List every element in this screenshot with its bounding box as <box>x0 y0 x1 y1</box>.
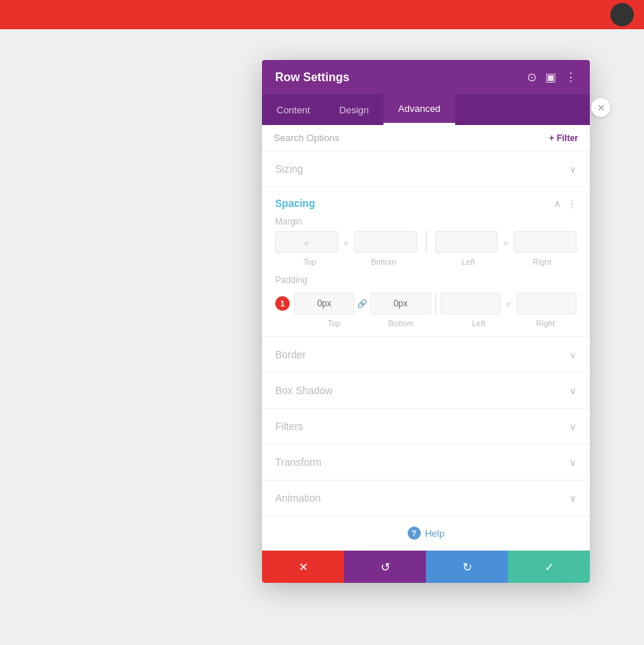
padding-badge: 1 <box>275 296 290 311</box>
redo-icon: ↻ <box>463 560 472 574</box>
transform-section: Transform ∨ <box>262 445 590 480</box>
margin-lr-link-icon[interactable]: ⌀ <box>498 231 514 253</box>
box-shadow-section: Box Shadow ∨ <box>262 373 590 409</box>
header-icons: ⊙ ▣ ⋮ <box>527 70 577 84</box>
margin-labels: Top Bottom Left Right <box>262 256 590 268</box>
top-bar <box>0 0 644 29</box>
more-options-icon[interactable]: ⋮ <box>565 70 577 84</box>
padding-top-input[interactable]: 0px <box>294 293 354 314</box>
margin-divider <box>426 231 427 253</box>
padding-bottom-label: Bottom <box>370 319 432 328</box>
margin-right-input[interactable] <box>514 231 577 253</box>
margin-right-label: Right <box>507 257 577 266</box>
margin-bottom-input[interactable] <box>354 231 417 253</box>
modal-content: Sizing ∨ Spacing ∧ ⋮ Margin ⌀ <box>262 151 590 550</box>
border-section: Border ∨ <box>262 337 590 373</box>
tab-design[interactable]: Design <box>325 96 383 124</box>
spacing-more-icon[interactable]: ⋮ <box>567 198 577 209</box>
transform-chevron-icon: ∨ <box>569 457 577 468</box>
padding-left-label: Left <box>448 319 510 328</box>
animation-chevron-icon: ∨ <box>569 493 577 504</box>
redo-button[interactable]: ↻ <box>426 551 508 583</box>
tab-advanced[interactable]: Advanced <box>383 94 455 125</box>
close-outside-button[interactable]: ✕ <box>591 98 610 117</box>
spacing-section-header[interactable]: Spacing ∧ ⋮ <box>262 187 590 216</box>
animation-section-header[interactable]: Animation ∨ <box>262 480 590 516</box>
animation-title: Animation <box>275 492 321 504</box>
sizing-section-header[interactable]: Sizing ∨ <box>262 151 590 186</box>
top-bar-circle <box>610 3 634 26</box>
margin-inputs: ⌀ ⌀ ⌀ <box>262 231 590 253</box>
transform-title: Transform <box>275 456 321 468</box>
tab-content[interactable]: Content <box>262 96 325 124</box>
reset-button[interactable]: ↺ <box>344 551 426 583</box>
margin-top-label: Top <box>275 257 345 266</box>
padding-labels: Top Bottom Left Right <box>262 317 590 329</box>
spacing-section: Spacing ∧ ⋮ Margin ⌀ ⌀ <box>262 187 590 337</box>
row-settings-modal: Row Settings ⊙ ▣ ⋮ Content Design Advanc… <box>262 60 590 583</box>
sizing-title: Sizing <box>275 163 303 175</box>
fullscreen-icon[interactable]: ⊙ <box>527 70 536 84</box>
cancel-button[interactable]: ✕ <box>262 551 344 583</box>
padding-divider <box>435 293 436 314</box>
margin-left-input[interactable] <box>435 231 498 253</box>
padding-row: 1 0px 🔗 0px ⌀ <box>262 293 590 314</box>
spacing-title: Spacing <box>275 197 315 209</box>
help-label: Help <box>425 528 445 539</box>
filter-button[interactable]: + Filter <box>549 133 578 143</box>
padding-link-icon[interactable]: 🔗 <box>354 293 370 314</box>
filters-title: Filters <box>275 420 303 432</box>
border-title: Border <box>275 349 306 361</box>
columns-icon[interactable]: ▣ <box>545 70 556 84</box>
padding-top-label: Top <box>303 319 365 328</box>
filters-chevron-icon: ∨ <box>569 421 577 432</box>
search-placeholder[interactable]: Search Options <box>274 132 340 143</box>
padding-bottom-input[interactable]: 0px <box>370 293 430 314</box>
help-icon: ? <box>408 527 421 540</box>
padding-right-input[interactable] <box>517 293 577 314</box>
margin-tb-link-icon[interactable]: ⌀ <box>338 231 354 253</box>
spacing-header-icons: ∧ ⋮ <box>554 198 577 209</box>
help-row[interactable]: ? Help <box>262 516 590 550</box>
modal-footer: ✕ ↺ ↻ ✓ <box>262 550 590 583</box>
margin-label: Margin <box>262 216 590 227</box>
padding-lr-link-icon[interactable]: ⌀ <box>501 293 517 314</box>
sizing-chevron-icon: ∨ <box>569 164 577 175</box>
margin-bottom-label: Bottom <box>349 257 419 266</box>
padding-label: Padding <box>275 275 307 285</box>
filters-section-header[interactable]: Filters ∨ <box>262 409 590 444</box>
save-button[interactable]: ✓ <box>508 551 590 583</box>
padding-left-input[interactable] <box>441 293 501 314</box>
spacing-collapse-icon[interactable]: ∧ <box>554 198 561 209</box>
reset-icon: ↺ <box>381 560 390 574</box>
modal-title: Row Settings <box>275 71 349 84</box>
modal-header: Row Settings ⊙ ▣ ⋮ <box>262 60 590 94</box>
tabs-bar: Content Design Advanced <box>262 94 590 125</box>
search-bar: Search Options + Filter <box>262 125 590 151</box>
box-shadow-section-header[interactable]: Box Shadow ∨ <box>262 373 590 408</box>
animation-section: Animation ∨ <box>262 480 590 516</box>
padding-top-value: 0px <box>317 298 331 309</box>
box-shadow-chevron-icon: ∨ <box>569 385 577 396</box>
border-section-header[interactable]: Border ∨ <box>262 337 590 372</box>
save-icon: ✓ <box>544 560 554 574</box>
box-shadow-title: Box Shadow <box>275 385 333 396</box>
margin-left-label: Left <box>434 257 503 266</box>
cancel-icon: ✕ <box>299 560 308 574</box>
padding-right-label: Right <box>514 319 577 328</box>
transform-section-header[interactable]: Transform ∨ <box>262 445 590 480</box>
border-chevron-icon: ∨ <box>569 350 577 361</box>
padding-bottom-value: 0px <box>394 298 408 309</box>
sizing-section: Sizing ∨ <box>262 151 590 187</box>
margin-top-input[interactable]: ⌀ <box>275 231 338 253</box>
filters-section: Filters ∨ <box>262 409 590 445</box>
